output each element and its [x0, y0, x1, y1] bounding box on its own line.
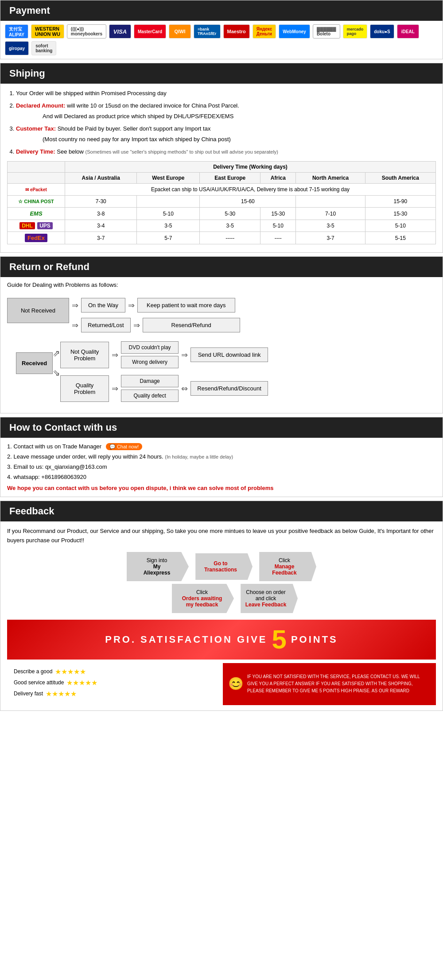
dvd-box: DVD couldn't play — [121, 341, 179, 354]
ratings-right: 😊 IF YOU ARE NOT SATISFIED WITH THE SERV… — [223, 663, 436, 705]
resend-refund-discount-box: Resend/Refund/Discount — [190, 381, 268, 396]
rating-item-1: Describe a good ★★★★★ — [14, 667, 216, 676]
maestro-logo: Maestro — [223, 24, 250, 39]
feedback-step-3: ClickManageFeedback — [254, 552, 316, 581]
arrow-icon: ⇒ — [109, 350, 121, 360]
moneybookers-logo: ((((●)))moneybookers — [67, 24, 106, 39]
ratings-left: Describe a good ★★★★★ Good service attit… — [7, 663, 223, 705]
arrow-icon: ⇒ — [125, 301, 137, 310]
arrow-icon: ⇒ — [69, 320, 81, 330]
feedback-step-5: Choose on orderand clickLeave Feedback — [236, 584, 298, 613]
contact-item-1: 1. Contact with us on Trade Manager 💬 Ch… — [7, 443, 436, 450]
damage-box: Damage — [121, 375, 179, 387]
webmoney-logo: WebMoney — [279, 24, 310, 39]
payment-logos: 支付宝ALIPAY WESTERNUNION WU ((((●)))moneyb… — [0, 21, 443, 59]
arrow-icon: ⇒ — [131, 320, 143, 330]
return-refund-header: Return or Refund — [0, 257, 443, 277]
payment-header: Payment — [0, 0, 443, 21]
banner-pre-text: PRO. SATISFACTION GIVE — [105, 634, 267, 645]
keep-patient-box: Keep patient to wait more days — [137, 298, 235, 313]
on-the-way-box: On the Way — [81, 298, 125, 313]
qiwi-logo: QIWI — [169, 24, 191, 39]
quality-defect-box: Quality defect — [121, 390, 179, 402]
emphasis-message: We hope you can contact with us before y… — [7, 485, 436, 491]
table-row-dhl: DHL UPS 3-4 3-5 3-5 5-10 3-5 5-10 — [8, 220, 436, 232]
send-url-box: Send URL download link — [190, 347, 268, 362]
table-row-fedex: FedEx 3-7 5-7 ----- ---- 3-7 5-15 — [8, 232, 436, 244]
returned-lost-box: Returned/Lost — [81, 318, 131, 332]
feedback-section: Feedback If you Recommand our Product, o… — [0, 501, 443, 711]
bank-transfer-logo: ≡bankTRAnSfEr — [194, 24, 221, 39]
visa-logo: VISA — [109, 24, 131, 39]
arrow-icon: ⇒ — [109, 384, 121, 394]
contact-item-2: 2. Leave message under order, will reply… — [7, 453, 436, 460]
received-flow: Received ⇗ ⇘ Not QualityProblem ⇒ DVD co… — [7, 339, 436, 402]
delivery-table: Delivery Time (Working days) Asia / Aust… — [7, 161, 436, 244]
table-row-ems: EMS 3-8 5-10 5-30 15-30 7-10 15-30 — [8, 208, 436, 220]
quality-problem-box: QualityProblem — [60, 375, 109, 402]
ratings-right-text: IF YOU ARE NOT SATISFIED WITH THE SERVIC… — [247, 673, 431, 694]
doku-logo: doku●S — [370, 24, 394, 39]
contact-item-4: 4. whatsapp: +8618968063920 — [7, 474, 436, 480]
arrow-icon: ⇔ — [179, 384, 190, 394]
rating-item-3: Delivery fast ★★★★★ — [14, 690, 216, 698]
table-row-epacket: ✉ ePacket Epacket can ship to USA/AU/UK/… — [8, 184, 436, 196]
mastercard-logo: MasterCard — [134, 24, 166, 39]
feedback-content: If you Recommand our Product, our Servic… — [0, 521, 443, 710]
arrow-icon: ⇘ — [53, 363, 60, 382]
shipping-section: Shiping Your Order will be shipped withi… — [0, 63, 443, 253]
not-quality-problem-box: Not QualityProblem — [60, 342, 109, 368]
received-box: Received — [16, 352, 53, 374]
feedback-step-2: Go toTransactions — [190, 553, 253, 580]
return-refund-section: Return or Refund Guide for Dealing with … — [0, 256, 443, 413]
arrow-icon: ⇒ — [179, 350, 190, 360]
resend-refund-box: Resend/Refund — [143, 318, 240, 332]
shipping-item-4: Delivery Time: See below (Sometimes will… — [16, 147, 436, 157]
contact-header: How to Contact with us — [0, 417, 443, 438]
ratings-row: Describe a good ★★★★★ Good service attit… — [7, 663, 436, 705]
western-union-logo: WESTERNUNION WU — [31, 24, 64, 39]
wrong-delivery-box: Wrong delivery — [121, 356, 179, 368]
shipping-header: Shiping — [0, 63, 443, 84]
rating-item-2: Good service attitude ★★★★★ — [14, 679, 216, 687]
feedback-step-1: Sign intoMyAliexpress — [127, 552, 189, 581]
boleto-logo: ▓▓▓▓▓▓Boleto — [313, 24, 340, 39]
shipping-content: Your Order will be shipped within Promis… — [0, 84, 443, 249]
ideal-logo: iDEAL — [397, 24, 419, 39]
feedback-description: If you Recommand our Product, our Servic… — [7, 527, 436, 545]
arrow-icon: ⇒ — [69, 301, 81, 310]
contact-content: 1. Contact with us on Trade Manager 💬 Ch… — [0, 438, 443, 497]
feedback-step-4: ClickOrders awaitingmy feedback — [172, 584, 234, 613]
arrow-icon: ⇗ — [53, 343, 60, 363]
not-received-box: Not Received — [7, 298, 69, 323]
banner-number: 5 — [272, 626, 287, 653]
payment-section: Payment 支付宝ALIPAY WESTERNUNION WU ((((●)… — [0, 0, 443, 59]
banner-post-text: POINTS — [291, 634, 338, 645]
feedback-header: Feedback — [0, 501, 443, 521]
contact-item-3: 3. Email to us: qx_qianxiang@163.com — [7, 463, 436, 470]
yandex-logo: ЯндексДеньги — [253, 24, 276, 39]
feedback-steps-row1: Sign intoMyAliexpress Go toTransactions … — [7, 552, 436, 581]
table-row-chinapost: ☆ CHINA POST 7-30 15-60 15-90 — [8, 196, 436, 208]
guide-title: Guide for Dealing with Problems as follo… — [7, 282, 436, 288]
shipping-item-3: Customer Tax: Should be Paid by buyer. S… — [16, 123, 436, 144]
not-received-flow: Not Received ⇒ On the Way ⇒ Keep patient… — [7, 293, 436, 332]
sofort-logo: sofortbanking — [31, 41, 56, 55]
contact-section: How to Contact with us 1. Contact with u… — [0, 417, 443, 497]
return-refund-content: Guide for Dealing with Problems as follo… — [0, 277, 443, 413]
chat-badge: 💬 Chat now! — [106, 443, 143, 450]
shipping-item-1: Your Order will be shipped within Promis… — [16, 88, 436, 98]
mercado-logo: mercadopago — [343, 24, 368, 39]
feedback-steps-row2: ClickOrders awaitingmy feedback Choose o… — [7, 584, 436, 613]
alipay-logo: 支付宝ALIPAY — [5, 24, 28, 39]
shipping-item-2: Declared Amount: will write 10 or 15usd … — [16, 100, 436, 121]
satisfaction-banner: PRO. SATISFACTION GIVE 5 POINTS — [7, 620, 436, 660]
giropay-logo: giropay — [5, 41, 29, 55]
smiley-icon: 😊 — [228, 674, 244, 694]
